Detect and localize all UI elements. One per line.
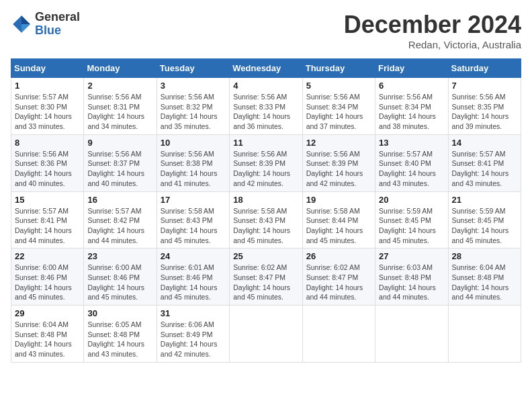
day-info: Sunrise: 5:57 AM Sunset: 8:42 PM Dayligh… (87, 206, 152, 246)
calendar-cell: 29Sunrise: 6:04 AM Sunset: 8:48 PM Dayli… (11, 306, 84, 363)
calendar-header-row: Sunday Monday Tuesday Wednesday Thursday… (11, 59, 521, 78)
day-number: 28 (452, 251, 517, 261)
page-header: General Blue December 2024 Redan, Victor… (11, 11, 521, 50)
calendar-cell: 12Sunrise: 5:56 AM Sunset: 8:39 PM Dayli… (302, 134, 375, 191)
calendar-cell (448, 306, 521, 363)
calendar-cell: 7Sunrise: 5:56 AM Sunset: 8:35 PM Daylig… (448, 78, 521, 135)
calendar-cell: 9Sunrise: 5:56 AM Sunset: 8:37 PM Daylig… (84, 134, 157, 191)
day-number: 6 (379, 81, 444, 91)
day-number: 19 (306, 195, 371, 205)
calendar-week-row: 29Sunrise: 6:04 AM Sunset: 8:48 PM Dayli… (11, 306, 521, 363)
day-info: Sunrise: 5:56 AM Sunset: 8:35 PM Dayligh… (452, 92, 517, 132)
day-number: 21 (452, 195, 517, 205)
day-info: Sunrise: 5:56 AM Sunset: 8:37 PM Dayligh… (87, 149, 152, 189)
calendar-cell: 20Sunrise: 5:59 AM Sunset: 8:45 PM Dayli… (375, 191, 448, 248)
day-number: 27 (379, 251, 444, 261)
day-number: 1 (15, 81, 80, 91)
month-title: December 2024 (344, 11, 521, 39)
calendar-cell: 4Sunrise: 5:56 AM Sunset: 8:33 PM Daylig… (230, 78, 302, 135)
calendar-week-row: 1Sunrise: 5:57 AM Sunset: 8:30 PM Daylig… (11, 78, 521, 135)
day-info: Sunrise: 5:56 AM Sunset: 8:39 PM Dayligh… (306, 149, 371, 189)
day-info: Sunrise: 5:56 AM Sunset: 8:36 PM Dayligh… (15, 149, 80, 189)
day-number: 26 (306, 251, 371, 261)
day-info: Sunrise: 5:56 AM Sunset: 8:31 PM Dayligh… (87, 92, 152, 132)
day-number: 12 (306, 138, 371, 148)
day-info: Sunrise: 5:56 AM Sunset: 8:32 PM Dayligh… (161, 92, 226, 132)
col-thursday: Thursday (302, 59, 375, 78)
day-info: Sunrise: 5:57 AM Sunset: 8:41 PM Dayligh… (452, 149, 517, 189)
calendar-cell: 2Sunrise: 5:56 AM Sunset: 8:31 PM Daylig… (84, 78, 157, 135)
day-number: 31 (161, 308, 226, 318)
day-number: 5 (306, 81, 371, 91)
day-number: 10 (161, 138, 226, 148)
calendar-cell: 17Sunrise: 5:58 AM Sunset: 8:43 PM Dayli… (157, 191, 229, 248)
day-info: Sunrise: 5:59 AM Sunset: 8:45 PM Dayligh… (452, 206, 517, 246)
calendar-cell: 15Sunrise: 5:57 AM Sunset: 8:41 PM Dayli… (11, 191, 84, 248)
day-number: 15 (15, 195, 80, 205)
logo-icon (11, 13, 32, 35)
logo-blue: Blue (35, 24, 61, 37)
svg-marker-1 (21, 15, 30, 24)
calendar-cell: 6Sunrise: 5:56 AM Sunset: 8:34 PM Daylig… (375, 78, 448, 135)
calendar-week-row: 15Sunrise: 5:57 AM Sunset: 8:41 PM Dayli… (11, 191, 521, 248)
day-info: Sunrise: 5:59 AM Sunset: 8:45 PM Dayligh… (379, 206, 444, 246)
day-info: Sunrise: 5:56 AM Sunset: 8:39 PM Dayligh… (233, 149, 298, 189)
day-number: 23 (87, 251, 152, 261)
col-tuesday: Tuesday (157, 59, 229, 78)
calendar-cell: 31Sunrise: 6:06 AM Sunset: 8:49 PM Dayli… (157, 306, 229, 363)
day-info: Sunrise: 6:03 AM Sunset: 8:48 PM Dayligh… (379, 263, 444, 302)
day-info: Sunrise: 5:58 AM Sunset: 8:43 PM Dayligh… (161, 206, 226, 246)
day-number: 14 (452, 138, 517, 148)
location-subtitle: Redan, Victoria, Australia (344, 39, 521, 50)
day-number: 11 (233, 138, 298, 148)
calendar-cell (230, 306, 302, 363)
svg-marker-2 (21, 24, 30, 33)
calendar-cell: 27Sunrise: 6:03 AM Sunset: 8:48 PM Dayli… (375, 248, 448, 306)
calendar-cell: 19Sunrise: 5:58 AM Sunset: 8:44 PM Dayli… (302, 191, 375, 248)
calendar-cell: 11Sunrise: 5:56 AM Sunset: 8:39 PM Dayli… (230, 134, 302, 191)
day-info: Sunrise: 5:57 AM Sunset: 8:40 PM Dayligh… (379, 149, 444, 189)
day-info: Sunrise: 5:56 AM Sunset: 8:34 PM Dayligh… (306, 92, 371, 132)
calendar-cell: 8Sunrise: 5:56 AM Sunset: 8:36 PM Daylig… (11, 134, 84, 191)
day-number: 3 (161, 81, 226, 91)
day-info: Sunrise: 5:58 AM Sunset: 8:43 PM Dayligh… (233, 206, 298, 246)
calendar-cell (302, 306, 375, 363)
day-info: Sunrise: 5:56 AM Sunset: 8:38 PM Dayligh… (161, 149, 226, 189)
day-number: 7 (452, 81, 517, 91)
day-number: 16 (87, 195, 152, 205)
calendar-cell: 10Sunrise: 5:56 AM Sunset: 8:38 PM Dayli… (157, 134, 229, 191)
day-number: 30 (87, 308, 152, 318)
day-info: Sunrise: 5:58 AM Sunset: 8:44 PM Dayligh… (306, 206, 371, 246)
col-wednesday: Wednesday (230, 59, 302, 78)
day-info: Sunrise: 6:00 AM Sunset: 8:46 PM Dayligh… (15, 263, 80, 302)
calendar-cell: 14Sunrise: 5:57 AM Sunset: 8:41 PM Dayli… (448, 134, 521, 191)
day-number: 29 (15, 308, 80, 318)
day-info: Sunrise: 6:02 AM Sunset: 8:47 PM Dayligh… (233, 263, 298, 302)
calendar-cell: 16Sunrise: 5:57 AM Sunset: 8:42 PM Dayli… (84, 191, 157, 248)
col-sunday: Sunday (11, 59, 84, 78)
day-info: Sunrise: 6:05 AM Sunset: 8:48 PM Dayligh… (87, 320, 152, 359)
calendar-cell: 13Sunrise: 5:57 AM Sunset: 8:40 PM Dayli… (375, 134, 448, 191)
day-info: Sunrise: 6:04 AM Sunset: 8:48 PM Dayligh… (452, 263, 517, 302)
day-number: 13 (379, 138, 444, 148)
calendar-cell: 5Sunrise: 5:56 AM Sunset: 8:34 PM Daylig… (302, 78, 375, 135)
day-number: 22 (15, 251, 80, 261)
day-number: 2 (87, 81, 152, 91)
day-info: Sunrise: 6:00 AM Sunset: 8:46 PM Dayligh… (87, 263, 152, 302)
calendar-cell: 1Sunrise: 5:57 AM Sunset: 8:30 PM Daylig… (11, 78, 84, 135)
calendar-cell: 23Sunrise: 6:00 AM Sunset: 8:46 PM Dayli… (84, 248, 157, 306)
calendar-week-row: 8Sunrise: 5:56 AM Sunset: 8:36 PM Daylig… (11, 134, 521, 191)
calendar-cell: 30Sunrise: 6:05 AM Sunset: 8:48 PM Dayli… (84, 306, 157, 363)
col-monday: Monday (84, 59, 157, 78)
logo-general: General (35, 10, 80, 24)
day-number: 25 (233, 251, 298, 261)
day-info: Sunrise: 6:02 AM Sunset: 8:47 PM Dayligh… (306, 263, 371, 302)
day-number: 18 (233, 195, 298, 205)
day-info: Sunrise: 5:56 AM Sunset: 8:33 PM Dayligh… (233, 92, 298, 132)
day-info: Sunrise: 6:01 AM Sunset: 8:46 PM Dayligh… (161, 263, 226, 302)
calendar-cell (375, 306, 448, 363)
day-info: Sunrise: 5:56 AM Sunset: 8:34 PM Dayligh… (379, 92, 444, 132)
calendar-cell: 24Sunrise: 6:01 AM Sunset: 8:46 PM Dayli… (157, 248, 229, 306)
calendar-week-row: 22Sunrise: 6:00 AM Sunset: 8:46 PM Dayli… (11, 248, 521, 306)
calendar-cell: 3Sunrise: 5:56 AM Sunset: 8:32 PM Daylig… (157, 78, 229, 135)
